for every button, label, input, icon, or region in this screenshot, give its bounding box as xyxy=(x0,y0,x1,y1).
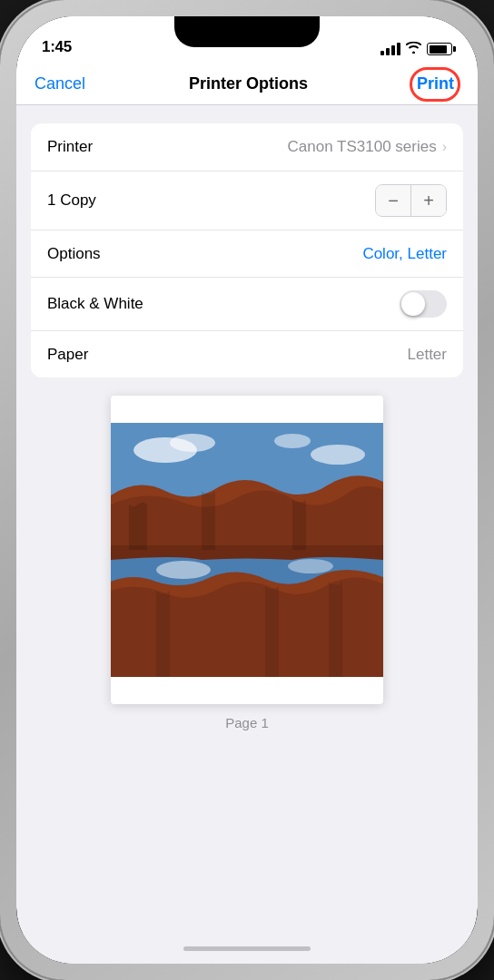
printer-row[interactable]: Printer Canon TS3100 series › xyxy=(31,123,463,171)
paper-row[interactable]: Paper Letter xyxy=(31,330,463,377)
signal-bar-4 xyxy=(397,43,400,55)
cancel-button[interactable]: Cancel xyxy=(35,74,85,93)
increment-button[interactable]: + xyxy=(411,185,446,216)
phone-screen: 1:45 xyxy=(16,16,478,964)
print-button-wrapper: Print xyxy=(411,74,459,93)
black-white-row: Black & White xyxy=(31,277,463,330)
svg-point-3 xyxy=(274,434,311,448)
black-white-label: Black & White xyxy=(47,295,143,313)
copies-row: 1 Copy − + xyxy=(31,171,463,230)
copies-label: 1 Copy xyxy=(47,191,96,210)
svg-point-8 xyxy=(288,559,333,573)
print-button[interactable]: Print xyxy=(411,73,459,94)
signal-icon xyxy=(380,43,400,55)
black-white-toggle[interactable] xyxy=(400,290,447,318)
preview-page xyxy=(111,396,383,704)
svg-point-4 xyxy=(311,445,365,465)
signal-bar-3 xyxy=(391,45,395,55)
page-label: Page 1 xyxy=(225,715,269,730)
svg-point-7 xyxy=(156,561,211,579)
page-title: Printer Options xyxy=(189,74,308,93)
settings-card: Printer Canon TS3100 series › 1 Copy − + xyxy=(31,123,463,377)
phone-frame: 1:45 xyxy=(0,0,494,980)
preview-area: Page 1 xyxy=(31,396,463,730)
home-indicator xyxy=(16,933,478,964)
signal-bar-1 xyxy=(380,51,384,55)
signal-bar-2 xyxy=(386,48,390,55)
options-row[interactable]: Options Color, Letter xyxy=(31,230,463,277)
battery-fill xyxy=(430,45,448,54)
notch xyxy=(174,16,320,47)
wifi-icon xyxy=(406,42,421,56)
main-content: Printer Canon TS3100 series › 1 Copy − + xyxy=(16,105,478,933)
printer-value: Canon TS3100 series › xyxy=(288,138,447,156)
preview-image xyxy=(111,396,383,704)
svg-point-2 xyxy=(170,434,215,452)
decrement-button[interactable]: − xyxy=(376,185,410,216)
printer-label: Printer xyxy=(47,138,93,156)
status-time: 1:45 xyxy=(42,38,72,56)
chevron-icon: › xyxy=(442,139,447,155)
home-bar xyxy=(183,946,311,951)
battery-icon xyxy=(427,43,452,55)
paper-value: Letter xyxy=(408,346,447,364)
copies-stepper: − + xyxy=(375,184,447,217)
screen-content: 1:45 xyxy=(16,16,478,964)
printer-value-text: Canon TS3100 series xyxy=(288,138,437,156)
navigation-bar: Cancel Printer Options Print xyxy=(16,64,478,105)
canyon-image xyxy=(111,396,383,704)
toggle-knob xyxy=(401,292,425,316)
status-icons xyxy=(380,42,452,56)
options-value: Color, Letter xyxy=(362,245,447,263)
paper-label: Paper xyxy=(47,346,88,364)
options-label: Options xyxy=(47,245,101,263)
